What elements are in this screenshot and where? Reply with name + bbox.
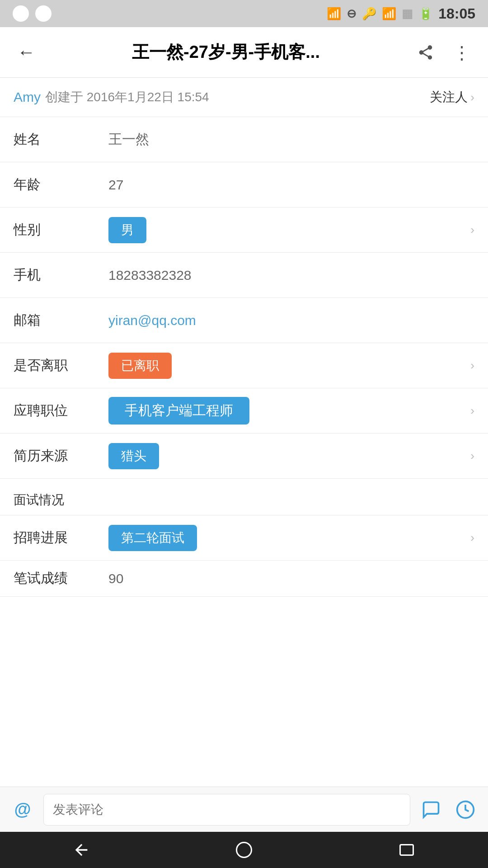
field-label-score: 笔试成绩 (14, 569, 108, 588)
field-value-score: 90 (108, 571, 474, 586)
field-label-recruit: 招聘进展 (14, 528, 108, 547)
nav-back-button[interactable] (54, 832, 108, 868)
field-label-phone: 手机 (14, 266, 108, 284)
at-icon: @ (14, 800, 31, 819)
app-bar-actions: ⋮ (412, 39, 475, 66)
signal-bars-icon: 📶 (382, 7, 396, 21)
page-title: 王一然-27岁-男-手机客... (40, 41, 412, 64)
share-button[interactable] (412, 39, 439, 66)
field-label-resigned: 是否离职 (14, 356, 108, 375)
nav-home-button[interactable] (217, 832, 271, 868)
no-sim-icon: ▦ (402, 7, 413, 21)
status-bar: 📶 ⊖ 🔑 📶 ▦ 🔋 18:05 (0, 0, 488, 27)
field-value-source: 猎头 (108, 443, 470, 469)
bluetooth-icon: 📶 (327, 7, 341, 21)
back-button[interactable]: ← (13, 39, 40, 66)
follow-button[interactable]: 关注人 › (430, 89, 474, 106)
resigned-chevron-icon: › (470, 359, 474, 373)
section-header-label: 面试情况 (14, 493, 64, 507)
field-value-age: 27 (108, 177, 474, 193)
field-value-phone: 18283382328 (108, 268, 474, 283)
resigned-badge[interactable]: 已离职 (108, 353, 172, 379)
field-row-age: 年龄 27 (0, 162, 488, 208)
history-icon (455, 800, 475, 820)
nav-back-icon (72, 841, 90, 859)
source-chevron-icon: › (470, 449, 474, 463)
field-label-name: 姓名 (14, 130, 108, 149)
nav-recent-icon (399, 844, 414, 856)
field-label-position: 应聘职位 (14, 401, 108, 420)
comment-input[interactable] (43, 794, 410, 826)
back-arrow-icon: ← (17, 42, 35, 62)
field-row-name: 姓名 王一然 (0, 117, 488, 162)
comment-bar: @ (0, 787, 488, 832)
recruit-badge[interactable]: 第二轮面试 (108, 525, 197, 551)
field-value-name: 王一然 (108, 130, 474, 149)
field-row-position[interactable]: 应聘职位 手机客户端工程师 › (0, 388, 488, 434)
key-icon: 🔑 (362, 7, 376, 21)
gender-chevron-icon: › (470, 223, 474, 237)
field-row-gender[interactable]: 性别 男 › (0, 208, 488, 253)
field-row-email: 邮箱 yiran@qq.com (0, 298, 488, 343)
minus-icon: ⊖ (347, 7, 357, 21)
chat-icon (421, 800, 441, 820)
recruit-chevron-icon: › (470, 531, 474, 545)
field-row-phone: 手机 18283382328 (0, 253, 488, 298)
signal-icon (35, 5, 52, 22)
status-time: 18:05 (438, 5, 475, 22)
svg-point-0 (42, 15, 45, 18)
field-row-score: 笔试成绩 90 (0, 561, 488, 597)
follow-label: 关注人 (430, 89, 468, 106)
history-button[interactable] (452, 796, 479, 823)
gender-badge[interactable]: 男 (108, 217, 146, 243)
position-chevron-icon: › (470, 404, 474, 418)
author-name[interactable]: Amy (14, 90, 41, 105)
field-value-gender: 男 (108, 217, 470, 243)
field-value-position: 手机客户端工程师 (108, 397, 470, 425)
nav-home-icon (236, 842, 252, 858)
field-row-source[interactable]: 简历来源 猎头 › (0, 434, 488, 479)
position-badge[interactable]: 手机客户端工程师 (108, 397, 249, 425)
status-icons-right: 📶 ⊖ 🔑 📶 ▦ 🔋 18:05 (327, 5, 475, 22)
section-header-interview: 面试情况 (0, 479, 488, 515)
follow-chevron-icon: › (470, 90, 474, 104)
field-row-resigned[interactable]: 是否离职 已离职 › (0, 343, 488, 388)
created-text: 创建于 2016年1月22日 15:54 (45, 89, 209, 106)
field-label-gender: 性别 (14, 221, 108, 239)
source-badge[interactable]: 猎头 (108, 443, 159, 469)
wifi-icon (13, 5, 29, 22)
more-button[interactable]: ⋮ (448, 39, 475, 66)
field-row-recruit[interactable]: 招聘进展 第二轮面试 › (0, 515, 488, 561)
nav-bar (0, 832, 488, 868)
email-link[interactable]: yiran@qq.com (108, 313, 196, 328)
field-label-source: 简历来源 (14, 447, 108, 465)
field-value-recruit: 第二轮面试 (108, 525, 470, 551)
field-value-email[interactable]: yiran@qq.com (108, 313, 474, 328)
field-label-age: 年龄 (14, 175, 108, 194)
battery-icon: 🔋 (418, 7, 433, 21)
field-label-email: 邮箱 (14, 311, 108, 330)
meta-row: Amy 创建于 2016年1月22日 15:54 关注人 › (0, 78, 488, 117)
field-value-resigned: 已离职 (108, 353, 470, 379)
chat-button[interactable] (418, 796, 445, 823)
nav-recent-button[interactable] (380, 832, 434, 868)
status-icons-left (13, 5, 52, 22)
at-button[interactable]: @ (9, 796, 36, 823)
meta-left: Amy 创建于 2016年1月22日 15:54 (14, 89, 209, 106)
app-bar: ← 王一然-27岁-男-手机客... ⋮ (0, 27, 488, 78)
